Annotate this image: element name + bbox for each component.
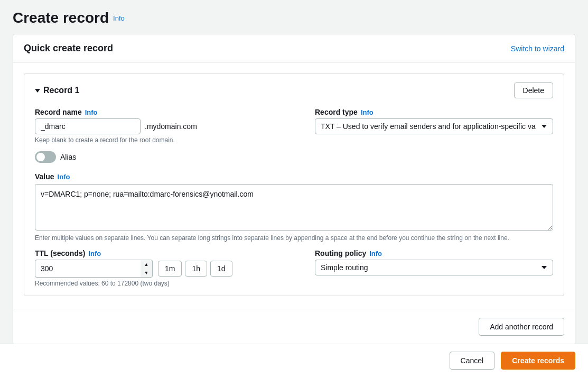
card-body: Record 1 Delete Record name Info .mydoma… bbox=[13, 63, 575, 309]
value-section: Value Info v=DMARC1; p=none; rua=mailto:… bbox=[35, 172, 553, 242]
alias-slider bbox=[35, 151, 56, 163]
record-type-select[interactable]: TXT – Used to verify email senders and f… bbox=[315, 118, 553, 134]
page-title-info-link[interactable]: Info bbox=[113, 14, 125, 22]
card-header: Quick create record Switch to wizard bbox=[13, 34, 575, 63]
value-hint: Enter multiple values on separate lines.… bbox=[35, 234, 553, 242]
alias-row: Alias bbox=[35, 151, 553, 163]
alias-toggle[interactable] bbox=[35, 151, 56, 163]
record-name-group: Record name Info .mydomain.com Keep blan… bbox=[35, 108, 304, 144]
page-title: Create record bbox=[13, 10, 109, 26]
create-records-button[interactable]: Create records bbox=[501, 352, 575, 370]
ttl-input[interactable] bbox=[35, 260, 141, 278]
routing-policy-select[interactable]: Simple routing Weighted Latency Failover… bbox=[315, 260, 553, 275]
quick-create-title: Quick create record bbox=[24, 43, 113, 54]
ttl-spinners: ▲ ▼ bbox=[141, 260, 153, 278]
ttl-label: TTL (seconds) Info bbox=[35, 249, 304, 258]
ttl-increment-button[interactable]: ▲ bbox=[141, 260, 152, 269]
record-type-group: Record type Info TXT – Used to verify em… bbox=[315, 108, 553, 134]
add-another-row: Add another record bbox=[13, 309, 575, 344]
record-name-label: Record name Info bbox=[35, 108, 304, 116]
main-content: Quick create record Switch to wizard Rec… bbox=[0, 34, 588, 377]
ttl-preset-1d-button[interactable]: 1d bbox=[210, 261, 232, 277]
record-section-header: Record 1 Delete bbox=[35, 82, 553, 98]
value-info-link[interactable]: Info bbox=[58, 173, 70, 181]
ttl-controls: ▲ ▼ 1m 1h 1d bbox=[35, 260, 304, 278]
routing-policy-label: Routing policy Info bbox=[315, 249, 553, 258]
footer: Cancel Create records bbox=[0, 344, 588, 377]
value-textarea[interactable]: v=DMARC1; p=none; rua=mailto:dmarc-foren… bbox=[35, 184, 553, 231]
record-name-hint: Keep blank to create a record for the ro… bbox=[35, 136, 304, 144]
add-another-record-button[interactable]: Add another record bbox=[479, 318, 564, 336]
record-section: Record 1 Delete Record name Info .mydoma… bbox=[24, 73, 564, 296]
routing-policy-info-link[interactable]: Info bbox=[369, 250, 382, 258]
quick-create-card: Quick create record Switch to wizard Rec… bbox=[13, 34, 575, 345]
ttl-hint: Recommended values: 60 to 172800 (two da… bbox=[35, 280, 304, 287]
cancel-button[interactable]: Cancel bbox=[450, 352, 495, 370]
ttl-info-link[interactable]: Info bbox=[88, 250, 101, 258]
routing-policy-select-wrapper: Simple routing Weighted Latency Failover… bbox=[315, 260, 553, 275]
alias-label: Alias bbox=[60, 153, 76, 161]
delete-record-button[interactable]: Delete bbox=[514, 82, 553, 98]
ttl-input-wrapper: ▲ ▼ bbox=[35, 260, 153, 278]
record-section-label: Record 1 bbox=[43, 86, 79, 95]
record-section-title: Record 1 bbox=[35, 86, 79, 95]
ttl-group: TTL (seconds) Info ▲ ▼ bbox=[35, 249, 304, 287]
ttl-preset-1m-button[interactable]: 1m bbox=[158, 261, 182, 277]
page-header: Create record Info bbox=[0, 0, 588, 34]
ttl-decrement-button[interactable]: ▼ bbox=[141, 269, 152, 277]
name-type-row: Record name Info .mydomain.com Keep blan… bbox=[35, 108, 553, 144]
routing-policy-group: Routing policy Info Simple routing Weigh… bbox=[315, 249, 553, 275]
record-name-input-row: .mydomain.com bbox=[35, 118, 304, 134]
ttl-presets: 1m 1h 1d bbox=[158, 261, 232, 277]
record-type-select-wrapper: TXT – Used to verify email senders and f… bbox=[315, 118, 553, 134]
record-type-label: Record type Info bbox=[315, 108, 553, 116]
record-name-info-link[interactable]: Info bbox=[85, 108, 98, 116]
record-name-input[interactable] bbox=[35, 118, 141, 134]
ttl-routing-row: TTL (seconds) Info ▲ ▼ bbox=[35, 249, 553, 287]
switch-to-wizard-link[interactable]: Switch to wizard bbox=[511, 44, 564, 53]
record-type-info-link[interactable]: Info bbox=[361, 108, 374, 116]
collapse-icon[interactable] bbox=[35, 89, 40, 93]
ttl-preset-1h-button[interactable]: 1h bbox=[185, 261, 207, 277]
domain-suffix: .mydomain.com bbox=[145, 122, 197, 131]
value-label: Value Info bbox=[35, 172, 553, 181]
